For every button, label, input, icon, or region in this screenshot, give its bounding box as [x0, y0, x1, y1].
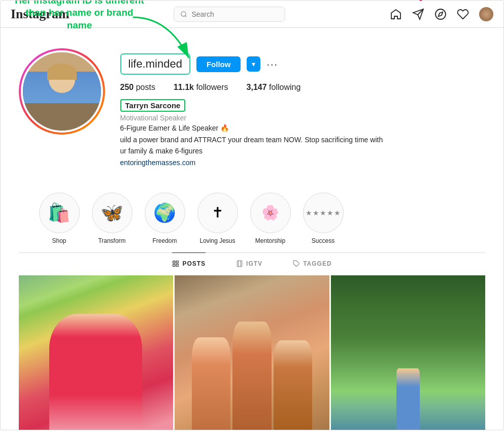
profile-stats: 250 posts 11.1k followers 3,147 followin… — [120, 83, 486, 92]
tab-tagged[interactable]: TAGGED — [293, 252, 331, 274]
svg-rect-7 — [173, 261, 175, 263]
profile-bio-1: 6-Figure Earner & Life Speaker 🔥 — [120, 123, 486, 134]
photo-grid — [19, 275, 486, 430]
annotation-arrow — [128, 12, 199, 73]
highlight-circle-mentorship: 🌸 — [250, 193, 291, 233]
highlight-circle-transform: 🦋 — [92, 193, 132, 233]
tab-igtv-label: IGTV — [246, 260, 262, 267]
highlight-label-transform: Transform — [98, 237, 125, 244]
posts-stat: 250 posts — [120, 83, 155, 92]
highlight-label-jesus: Loving Jesus — [199, 237, 235, 244]
tab-posts[interactable]: POSTS — [172, 252, 206, 274]
follow-button[interactable]: Follow — [196, 56, 241, 72]
svg-rect-8 — [177, 261, 179, 263]
highlight-success[interactable]: ★★★★★ Success — [303, 193, 344, 244]
highlight-circle-jesus: ✝ — [197, 193, 238, 233]
tab-igtv[interactable]: IGTV — [236, 252, 262, 274]
compass-icon[interactable] — [434, 8, 447, 20]
more-options-button[interactable]: ··· — [266, 58, 278, 70]
highlight-transform[interactable]: 🦋 Transform — [92, 193, 132, 244]
profile-bio-2: uild a power brand and ATTRACT your drea… — [120, 135, 486, 145]
profile-bio-3: ur family & make 6-figures — [120, 146, 486, 156]
photo-item-3[interactable] — [331, 275, 486, 430]
nav-icons — [390, 7, 493, 21]
following-stat[interactable]: 3,147 following — [247, 83, 301, 92]
tabs: POSTS IGTV TAGGED — [19, 253, 486, 274]
highlight-shop[interactable]: 🛍️ Shop — [39, 193, 80, 244]
home-icon[interactable] — [390, 8, 402, 20]
highlight-circle-freedom: 🌍 — [145, 193, 185, 233]
user-avatar[interactable] — [479, 7, 493, 21]
highlight-circle-success: ★★★★★ — [303, 193, 344, 233]
photo-item-1[interactable] — [19, 275, 174, 430]
tab-tagged-label: TAGGED — [303, 260, 331, 267]
search-input[interactable] — [191, 10, 279, 18]
highlight-label-shop: Shop — [52, 237, 66, 244]
tag-icon — [293, 260, 300, 267]
svg-marker-5 — [439, 12, 443, 16]
profile-section: life.minded Follow ▾ ··· 250 posts 11.1k… — [19, 38, 486, 182]
svg-point-4 — [435, 9, 446, 19]
tabs-section: POSTS IGTV TAGGED — [19, 252, 486, 274]
igtv-icon — [236, 260, 243, 267]
svg-rect-9 — [173, 264, 175, 266]
paper-plane-icon[interactable] — [412, 8, 424, 20]
profile-category: Motivational Speaker — [120, 114, 486, 122]
tab-posts-label: POSTS — [182, 260, 206, 267]
highlights-section: 🛍️ Shop 🦋 Transform 🌍 Freedom ✝ Loving J… — [39, 182, 486, 252]
highlight-circle-shop: 🛍️ — [39, 193, 80, 233]
annotation-text: Her instagram ID is different than her n… — [14, 0, 146, 32]
dropdown-button[interactable]: ▾ — [247, 56, 260, 72]
highlight-label-mentorship: Mentorship — [255, 237, 285, 244]
svg-rect-11 — [237, 261, 242, 267]
profile-name: Tarryn Sarcone — [120, 99, 186, 112]
heart-icon[interactable] — [457, 8, 469, 20]
grid-icon — [172, 260, 179, 267]
highlight-mentorship[interactable]: 🌸 Mentorship — [250, 193, 291, 244]
highlight-loving-jesus[interactable]: ✝ Loving Jesus — [197, 193, 238, 244]
followers-stat[interactable]: 11.1k followers — [174, 83, 228, 92]
highlight-label-success: Success — [312, 237, 334, 244]
highlight-label-freedom: Freedom — [152, 237, 177, 244]
svg-rect-10 — [177, 264, 179, 266]
photo-item-2[interactable] — [175, 275, 329, 430]
highlight-freedom[interactable]: 🌍 Freedom — [145, 193, 185, 244]
profile-link[interactable]: entoringthemasses.com — [120, 159, 196, 167]
profile-avatar[interactable] — [19, 48, 105, 135]
